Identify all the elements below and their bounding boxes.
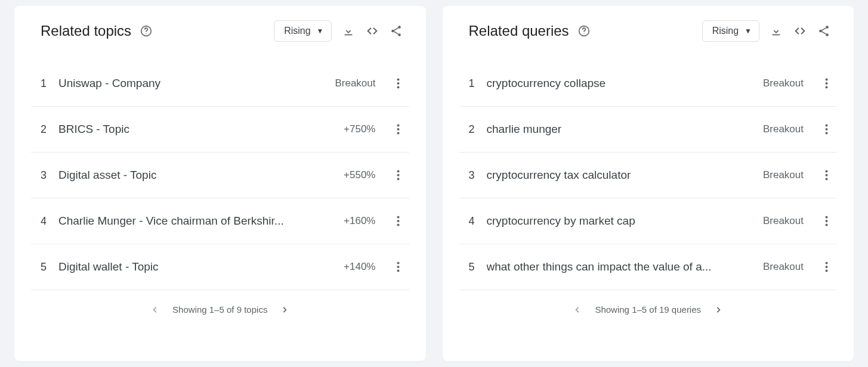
item-metric: Breakout <box>335 77 375 89</box>
svg-point-26 <box>825 82 827 85</box>
prev-page-button[interactable] <box>151 306 159 314</box>
share-button[interactable] <box>384 19 408 43</box>
rank: 3 <box>41 169 48 182</box>
rank: 1 <box>41 77 48 90</box>
help-icon[interactable] <box>140 24 153 38</box>
more-icon[interactable] <box>390 167 407 184</box>
item-label: Uniswap - Company <box>58 77 324 90</box>
more-icon[interactable] <box>818 213 835 229</box>
more-icon[interactable] <box>818 121 835 138</box>
item-metric: +140% <box>344 261 375 273</box>
svg-point-21 <box>583 33 584 34</box>
card-header: Related queries Rising ▼ <box>443 6 854 54</box>
list-item[interactable]: 2 BRICS - Topic +750% <box>31 107 409 153</box>
svg-point-22 <box>826 26 829 29</box>
svg-point-1 <box>146 33 146 34</box>
list-item[interactable]: 2 charlie munger Breakout <box>459 107 838 153</box>
sort-dropdown[interactable]: Rising ▼ <box>702 20 759 42</box>
svg-point-28 <box>825 125 827 127</box>
svg-point-15 <box>397 220 400 222</box>
rank: 5 <box>41 261 48 273</box>
more-icon[interactable] <box>818 167 835 184</box>
topics-list: 1 Uniswap - Company Breakout 2 BRICS - T… <box>14 54 426 290</box>
sort-label: Rising <box>284 26 310 36</box>
related-queries-card: Related queries Rising ▼ 1 cryptocurrenc… <box>443 6 854 361</box>
related-topics-card: Related topics Rising ▼ 1 Uniswap - Comp… <box>14 6 426 361</box>
item-label: what other things can impact the value o… <box>487 260 752 273</box>
card-title: Related topics <box>41 23 131 39</box>
svg-point-34 <box>825 216 827 219</box>
list-item[interactable]: 5 what other things can impact the value… <box>459 244 838 290</box>
pager-text: Showing 1–5 of 9 topics <box>172 304 267 315</box>
more-icon[interactable] <box>818 75 835 92</box>
item-metric: Breakout <box>763 77 804 89</box>
more-icon[interactable] <box>818 259 835 275</box>
next-page-button[interactable] <box>280 306 289 314</box>
svg-point-35 <box>825 220 827 222</box>
item-label: cryptocurrency tax calculator <box>487 169 752 182</box>
chevron-down-icon: ▼ <box>317 27 324 35</box>
svg-point-31 <box>825 170 827 173</box>
svg-point-29 <box>825 128 827 130</box>
share-button[interactable] <box>812 19 836 43</box>
svg-point-39 <box>825 270 827 272</box>
card-header: Related topics Rising ▼ <box>14 6 426 54</box>
item-label: BRICS - Topic <box>58 123 333 136</box>
more-icon[interactable] <box>390 213 407 229</box>
more-icon[interactable] <box>390 121 407 138</box>
svg-point-33 <box>825 178 827 181</box>
svg-point-9 <box>397 128 400 130</box>
svg-point-38 <box>825 266 827 268</box>
svg-point-27 <box>825 86 827 89</box>
rank: 2 <box>41 123 48 136</box>
sort-dropdown[interactable]: Rising ▼ <box>274 20 331 42</box>
item-metric: +550% <box>344 169 375 181</box>
embed-button[interactable] <box>788 19 812 43</box>
svg-point-37 <box>825 262 827 265</box>
item-metric: Breakout <box>763 169 804 181</box>
svg-point-2 <box>398 26 401 29</box>
svg-point-6 <box>397 82 400 85</box>
item-label: cryptocurrency collapse <box>487 77 752 90</box>
svg-point-19 <box>397 270 400 272</box>
list-item[interactable]: 1 Uniswap - Company Breakout <box>31 54 409 107</box>
svg-point-36 <box>825 224 827 226</box>
embed-button[interactable] <box>360 19 384 43</box>
next-page-button[interactable] <box>714 306 722 314</box>
item-label: Digital wallet - Topic <box>58 260 333 273</box>
prev-page-button[interactable] <box>573 306 582 314</box>
svg-point-7 <box>397 86 400 89</box>
download-button[interactable] <box>764 19 788 43</box>
list-item[interactable]: 3 cryptocurrency tax calculator Breakout <box>459 153 838 198</box>
card-title: Related queries <box>469 23 569 39</box>
more-icon[interactable] <box>390 75 407 92</box>
item-metric: +750% <box>344 123 375 135</box>
item-label: Digital asset - Topic <box>58 169 333 182</box>
svg-point-17 <box>397 262 400 265</box>
rank: 4 <box>41 215 48 228</box>
list-item[interactable]: 1 cryptocurrency collapse Breakout <box>459 54 838 107</box>
more-icon[interactable] <box>390 259 407 275</box>
list-item[interactable]: 4 Charlie Munger - Vice chairman of Berk… <box>31 198 409 244</box>
rank: 5 <box>469 261 476 273</box>
pager: Showing 1–5 of 19 queries <box>443 290 854 325</box>
list-item[interactable]: 4 cryptocurrency by market cap Breakout <box>459 198 838 244</box>
item-label: cryptocurrency by market cap <box>487 214 752 228</box>
svg-point-14 <box>397 216 400 219</box>
svg-point-5 <box>397 79 400 81</box>
chevron-down-icon: ▼ <box>745 27 752 35</box>
svg-point-4 <box>398 33 401 36</box>
svg-point-12 <box>397 174 400 176</box>
svg-point-11 <box>397 170 400 173</box>
item-metric: Breakout <box>763 215 804 227</box>
svg-point-30 <box>825 132 827 135</box>
rank: 3 <box>469 169 476 182</box>
download-button[interactable] <box>336 19 360 43</box>
rank: 1 <box>469 77 476 90</box>
queries-list: 1 cryptocurrency collapse Breakout 2 cha… <box>443 54 854 290</box>
list-item[interactable]: 5 Digital wallet - Topic +140% <box>31 244 409 290</box>
help-icon[interactable] <box>577 24 591 38</box>
sort-label: Rising <box>712 26 739 36</box>
list-item[interactable]: 3 Digital asset - Topic +550% <box>31 153 409 198</box>
rank: 2 <box>469 123 476 136</box>
